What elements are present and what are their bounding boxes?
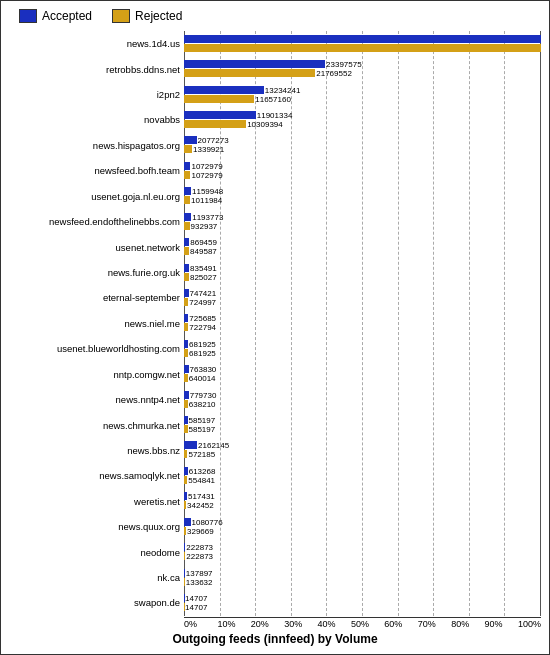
accepted-value-16: 2162145 [198, 441, 229, 450]
y-label-12: usenet.blueworldhosting.com [9, 343, 180, 354]
rejected-value-14: 638210 [189, 400, 216, 409]
accepted-value-3: 11901334 [257, 111, 293, 120]
rejected-bar-20: 222873 [184, 552, 185, 560]
rejected-bar-12: 681925 [184, 349, 188, 357]
accepted-bar-13: 763830 [184, 365, 189, 373]
y-label-17: news.samoqlyk.net [9, 470, 180, 481]
accepted-bar-6: 1159948 [184, 187, 191, 195]
bar-row-12: 681925681925 [184, 340, 541, 358]
accepted-bar-21: 137897 [184, 569, 185, 577]
rejected-value-1: 21769552 [316, 69, 352, 78]
accepted-value-4: 2077273 [198, 136, 229, 145]
rejected-bar-17: 554841 [184, 476, 187, 484]
rejected-bar-15: 585197 [184, 425, 188, 433]
rejected-value-2: 11657160 [255, 95, 291, 104]
y-label-15: news.chmurka.net [9, 420, 180, 431]
bar-row-13: 763830640014 [184, 365, 541, 383]
accepted-value-7: 1193773 [192, 213, 223, 222]
x-tick-80: 80% [451, 618, 484, 629]
rejected-value-6: 1011984 [191, 196, 222, 205]
y-label-11: news.niel.me [9, 318, 180, 329]
rejected-bar-13: 640014 [184, 374, 188, 382]
accepted-value-14: 779730 [190, 391, 217, 400]
rejected-value-4: 1339921 [193, 145, 224, 154]
bar-row-19: 1080776329669 [184, 518, 541, 536]
accepted-value-11: 725685 [189, 314, 216, 323]
x-tick-20: 20% [251, 618, 284, 629]
rejected-bar-11: 722794 [184, 323, 188, 331]
legend-accepted: Accepted [19, 9, 92, 23]
accepted-value-15: 585197 [189, 416, 216, 425]
x-tick-90: 90% [485, 618, 518, 629]
rejected-bar-0: 59190705 [184, 44, 541, 52]
x-tick-60: 60% [384, 618, 417, 629]
accepted-bar-19: 1080776 [184, 518, 191, 526]
rejected-value-5: 1072979 [191, 171, 222, 180]
bar-row-1: 2339757521769552 [184, 60, 541, 78]
accepted-color-box [19, 9, 37, 23]
y-label-14: news.nntp4.net [9, 394, 180, 405]
y-label-13: nntp.comgw.net [9, 369, 180, 380]
rejected-value-8: 849587 [190, 247, 217, 256]
rejected-value-7: 932937 [191, 222, 218, 231]
accepted-value-18: 517431 [188, 492, 215, 501]
rejected-bar-5: 1072979 [184, 171, 190, 179]
y-label-6: usenet.goja.nl.eu.org [9, 191, 180, 202]
accepted-bar-10: 747421 [184, 289, 189, 297]
accepted-bar-8: 869459 [184, 238, 189, 246]
bar-row-16: 2162145572185 [184, 441, 541, 459]
y-label-21: nk.ca [9, 572, 180, 583]
x-axis: 0% 10% 20% 30% 40% 50% 60% 70% 80% 90% 1… [184, 617, 541, 629]
y-label-19: news.quux.org [9, 521, 180, 532]
bar-row-11: 725685722794 [184, 314, 541, 332]
chart-title: Outgoing feeds (innfeed) by Volume [9, 632, 541, 646]
rejected-bar-18: 342452 [184, 501, 186, 509]
bar-row-17: 613268554841 [184, 467, 541, 485]
accepted-bar-7: 1193773 [184, 213, 191, 221]
accepted-value-21: 137897 [186, 569, 213, 578]
accepted-bar-17: 613268 [184, 467, 188, 475]
rejected-value-20: 222873 [186, 552, 213, 561]
rejected-bar-7: 932937 [184, 222, 190, 230]
rejected-value-21: 133632 [186, 578, 213, 587]
accepted-bar-2: 13234241 [184, 86, 264, 94]
y-label-5: newsfeed.bofh.team [9, 165, 180, 176]
bar-row-20: 222873222873 [184, 543, 541, 561]
y-label-7: newsfeed.endofthelinebbs.com [9, 216, 180, 227]
rejected-value-17: 554841 [188, 476, 215, 485]
bar-row-15: 585197585197 [184, 416, 541, 434]
accepted-value-20: 222873 [186, 543, 213, 552]
rejected-bar-1: 21769552 [184, 69, 315, 77]
accepted-bar-0: 59218958 [184, 35, 541, 43]
rejected-value-12: 681925 [189, 349, 216, 358]
accepted-value-13: 763830 [190, 365, 217, 374]
rejected-bar-8: 849587 [184, 247, 189, 255]
legend-rejected: Rejected [112, 9, 182, 23]
bar-row-14: 779730638210 [184, 391, 541, 409]
bar-row-22: 1470714707 [184, 594, 541, 612]
accepted-value-17: 613268 [189, 467, 216, 476]
rejected-bar-6: 1011984 [184, 196, 190, 204]
accepted-bar-4: 2077273 [184, 136, 197, 144]
accepted-bar-3: 11901334 [184, 111, 256, 119]
y-label-22: swapon.de [9, 597, 180, 608]
accepted-value-8: 869459 [190, 238, 217, 247]
chart-container: Accepted Rejected news.1d4.usretrobbs.dd… [0, 0, 550, 655]
bar-row-8: 869459849587 [184, 238, 541, 256]
y-label-16: news.bbs.nz [9, 445, 180, 456]
accepted-bar-14: 779730 [184, 391, 189, 399]
accepted-bar-18: 517431 [184, 492, 187, 500]
y-label-4: news.hispagatos.org [9, 140, 180, 151]
bar-row-0: 5921895859190705 [184, 35, 541, 53]
rejected-bar-16: 572185 [184, 450, 187, 458]
x-tick-0: 0% [184, 618, 217, 629]
y-axis-labels: news.1d4.usretrobbs.ddns.neti2pn2novabbs… [9, 31, 184, 616]
accepted-value-2: 13234241 [265, 86, 301, 95]
x-tick-100: 100% [518, 618, 541, 629]
rejected-bar-4: 1339921 [184, 145, 192, 153]
accepted-value-5: 1072979 [191, 162, 222, 171]
rejected-bar-19: 329669 [184, 527, 186, 535]
rejected-bar-14: 638210 [184, 400, 188, 408]
y-label-1: retrobbs.ddns.net [9, 64, 180, 75]
y-label-9: news.furie.org.uk [9, 267, 180, 278]
